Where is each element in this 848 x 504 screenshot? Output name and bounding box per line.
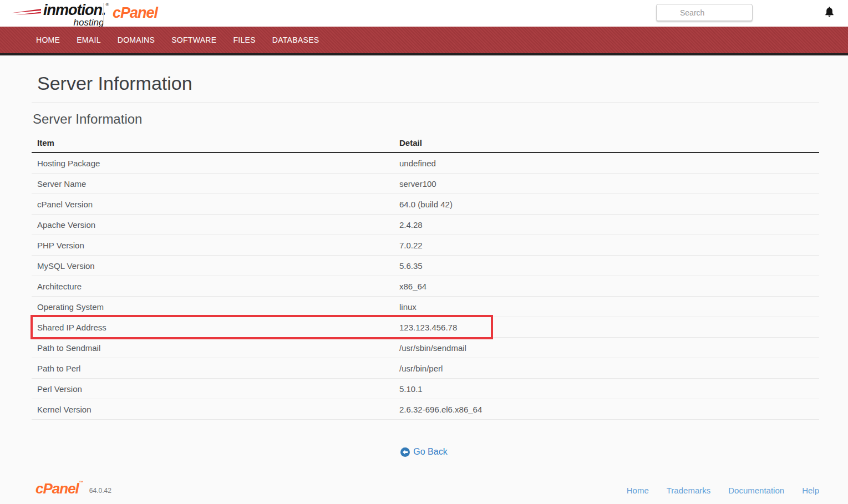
- notification-bell-icon[interactable]: [824, 6, 835, 21]
- row-item-label: Apache Version: [37, 220, 399, 230]
- row-item-label: MySQL Version: [37, 261, 399, 271]
- footer-link-trademarks[interactable]: Trademarks: [667, 486, 710, 495]
- go-back-link[interactable]: Go Back: [400, 447, 447, 457]
- row-detail-value: 2.6.32-696.el6.x86_64: [399, 405, 814, 414]
- main-nav: HOME EMAIL DOMAINS SOFTWARE FILES DATABA…: [0, 27, 848, 55]
- nav-item-email[interactable]: EMAIL: [68, 27, 109, 53]
- footer-link-help[interactable]: Help: [802, 486, 819, 495]
- page-title: Server Information: [37, 73, 192, 94]
- row-item-label: PHP Version: [37, 241, 399, 250]
- search-input[interactable]: [656, 4, 753, 21]
- header-divider: [103, 3, 104, 24]
- table-row: Kernel Version 2.6.32-696.el6.x86_64: [32, 399, 819, 420]
- cpanel-logo: cPanel: [113, 4, 158, 22]
- row-detail-value: linux: [399, 302, 814, 312]
- nav-item-databases[interactable]: DATABASES: [264, 27, 328, 53]
- row-item-label: Architecture: [37, 282, 399, 291]
- row-detail-value: x86_64: [399, 282, 814, 291]
- nav-item-files[interactable]: FILES: [225, 27, 263, 53]
- row-item-label: Kernel Version: [37, 405, 399, 414]
- row-detail-value: 64.0 (build 42): [399, 200, 814, 209]
- table-row: Path to Sendmail /usr/sbin/sendmail: [32, 338, 819, 358]
- back-arrow-icon: [400, 447, 410, 457]
- row-detail-value: 7.0.22: [399, 241, 814, 250]
- row-detail-value: 123.123.456.78: [399, 323, 814, 332]
- table-row: Server Name server100: [32, 174, 819, 194]
- table-row: Architecture x86_64: [32, 276, 819, 297]
- nav-item-home[interactable]: HOME: [28, 27, 68, 53]
- row-item-label: Server Name: [37, 179, 399, 189]
- go-back-label: Go Back: [413, 447, 447, 457]
- row-item-label: cPanel Version: [37, 200, 399, 209]
- table-row: Operating System linux: [32, 297, 819, 317]
- row-item-label: Perl Version: [37, 384, 399, 394]
- inmotion-swoosh-icon: [10, 8, 42, 21]
- row-item-label: Hosting Package: [37, 159, 399, 168]
- row-item-label: Shared IP Address: [37, 323, 399, 332]
- footer-links: Home Trademarks Documentation Help: [627, 486, 819, 495]
- row-item-label: Path to Perl: [37, 364, 399, 373]
- row-detail-value: 5.6.35: [399, 261, 814, 271]
- row-detail-value: /usr/bin/perl: [399, 364, 814, 373]
- trademark-mark: ™: [79, 480, 83, 485]
- table-row: cPanel Version 64.0 (build 42): [32, 194, 819, 215]
- title-divider: [32, 102, 819, 103]
- inmotion-brand-tagline: hosting: [74, 18, 104, 27]
- row-detail-value: undefined: [399, 159, 814, 168]
- row-item-label: Operating System: [37, 302, 399, 312]
- go-back-container: Go Back: [0, 447, 848, 459]
- table-row: Apache Version 2.4.28: [32, 215, 819, 235]
- nav-item-domains[interactable]: DOMAINS: [109, 27, 163, 53]
- row-detail-value: /usr/sbin/sendmail: [399, 343, 814, 353]
- footer-link-home[interactable]: Home: [627, 486, 649, 495]
- table-row: Path to Perl /usr/bin/perl: [32, 358, 819, 379]
- registered-mark: ®: [105, 2, 108, 7]
- server-info-table: Item Detail Hosting Package undefined Se…: [32, 133, 819, 420]
- row-detail-value: server100: [399, 179, 814, 189]
- row-item-label: Path to Sendmail: [37, 343, 399, 353]
- nav-item-software[interactable]: SOFTWARE: [163, 27, 225, 53]
- footer-link-documentation[interactable]: Documentation: [728, 486, 784, 495]
- table-row: Hosting Package undefined: [32, 153, 819, 174]
- table-row-shared-ip: Shared IP Address 123.123.456.78: [32, 317, 819, 338]
- table-row: Perl Version 5.10.1: [32, 379, 819, 399]
- table-row: PHP Version 7.0.22: [32, 235, 819, 256]
- row-detail-value: 5.10.1: [399, 384, 814, 394]
- column-header-detail: Detail: [399, 138, 814, 147]
- inmotion-logo-text: inmotion.® hosting: [43, 3, 108, 27]
- row-detail-value: 2.4.28: [399, 220, 814, 230]
- footer-cpanel-logo[interactable]: cPanel™: [35, 480, 83, 497]
- footer-version: 64.0.42: [89, 487, 111, 495]
- footer-brand-area: cPanel™ 64.0.42: [35, 480, 111, 497]
- section-title: Server Information: [33, 111, 142, 127]
- table-row: MySQL Version 5.6.35: [32, 256, 819, 276]
- inmotion-brand-name: inmotion.®: [43, 3, 108, 18]
- top-header: inmotion.® hosting cPanel: [0, 0, 848, 27]
- inmotion-logo[interactable]: inmotion.® hosting: [10, 3, 108, 27]
- table-header-row: Item Detail: [32, 133, 819, 153]
- column-header-item: Item: [37, 138, 399, 147]
